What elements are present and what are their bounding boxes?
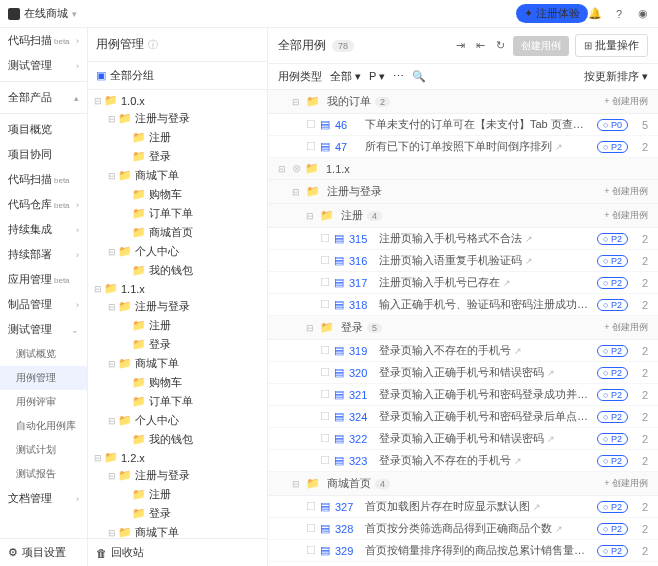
priority-tag[interactable]: ○ P2	[597, 411, 628, 423]
help-icon[interactable]: ?	[612, 7, 626, 21]
checkbox[interactable]: ☐	[320, 432, 334, 445]
link-icon[interactable]: ↗	[514, 346, 522, 356]
priority-tag[interactable]: ○ P2	[597, 367, 628, 379]
sidebar-item[interactable]: 持续部署›	[0, 242, 87, 267]
case-id[interactable]: 317	[349, 277, 379, 289]
checkbox[interactable]: ☐	[306, 544, 320, 557]
priority-tag[interactable]: ○ P2	[597, 389, 628, 401]
tree-node[interactable]: ⊟📁商城下单	[88, 166, 267, 185]
tree-toggle-icon[interactable]: ⊟	[94, 453, 104, 463]
add-case-link[interactable]: + 创建用例	[604, 209, 648, 222]
tree-node[interactable]: ⊟📁注册与登录	[88, 466, 267, 485]
priority-tag[interactable]: ○ P0	[597, 119, 628, 131]
tree-node[interactable]: 📁注册	[88, 485, 267, 504]
case-row[interactable]: ☐▤324登录页输入正确手机号和密码登录后单点登录并跳转到首页↗○ P22	[268, 406, 658, 428]
case-id[interactable]: 318	[349, 299, 379, 311]
tree-node[interactable]: 📁订单下单	[88, 204, 267, 223]
case-id[interactable]: 328	[335, 523, 365, 535]
filter-priority[interactable]: P ▾	[369, 70, 385, 83]
sidebar-item[interactable]: 项目概览	[0, 117, 87, 142]
case-row[interactable]: ☐▤328首页按分类筛选商品得到正确商品个数↗○ P22	[268, 518, 658, 540]
filter-more-icon[interactable]: ⋯	[393, 70, 404, 83]
tree-root[interactable]: ▣ 全部分组	[88, 62, 267, 90]
tree-node[interactable]: 📁商城首页	[88, 223, 267, 242]
tree-toggle-icon[interactable]: ⊟	[108, 302, 118, 312]
sidebar-item[interactable]: 测试管理⌄	[0, 317, 87, 342]
priority-tag[interactable]: ○ P2	[597, 141, 628, 153]
add-case-link[interactable]: + 创建用例	[604, 185, 648, 198]
collapse-icon[interactable]: ⊟	[278, 164, 288, 174]
sidebar-item[interactable]: 代码扫描beta›	[0, 28, 87, 53]
checkbox[interactable]: ☐	[320, 276, 334, 289]
tree-node[interactable]: ⊟📁1.1.x	[88, 280, 267, 297]
collapse-icon[interactable]: ⊟	[292, 97, 302, 107]
case-id[interactable]: 324	[349, 411, 379, 423]
priority-tag[interactable]: ○ P2	[597, 433, 628, 445]
case-row[interactable]: ☐▤316注册页输入语重复手机验证码↗○ P22	[268, 250, 658, 272]
filter-all[interactable]: 全部 ▾	[330, 69, 361, 84]
case-id[interactable]: 321	[349, 389, 379, 401]
tree-toggle-icon[interactable]: ⊟	[108, 247, 118, 257]
sidebar-sub-item[interactable]: 测试概览	[0, 342, 87, 366]
sidebar-item[interactable]: 代码扫描beta	[0, 167, 87, 192]
case-id[interactable]: 319	[349, 345, 379, 357]
tree-toggle-icon[interactable]: ⊟	[108, 528, 118, 538]
group-row[interactable]: ⊟📁注册 4+ 创建用例	[268, 204, 658, 228]
group-row[interactable]: ⊟⊗ 📁1.1.x	[268, 158, 658, 180]
case-row[interactable]: ☐▤318输入正确手机号、验证码和密码注册成功跳转到个人信息完…↗○ P22	[268, 294, 658, 316]
link-icon[interactable]: ↗	[547, 434, 555, 444]
case-row[interactable]: ☐▤319登录页输入不存在的手机号↗○ P22	[268, 340, 658, 362]
collapse-icon[interactable]: ⊟	[306, 211, 316, 221]
checkbox[interactable]: ☐	[306, 140, 320, 153]
case-row[interactable]: ☐▤320登录页输入正确手机号和错误密码↗○ P22	[268, 362, 658, 384]
priority-tag[interactable]: ○ P2	[597, 255, 628, 267]
tree-footer-trash[interactable]: 🗑回收站	[88, 538, 267, 566]
import-icon[interactable]: ⇥	[453, 39, 467, 53]
sidebar-sub-item[interactable]: 测试计划	[0, 438, 87, 462]
checkbox[interactable]: ☐	[320, 388, 334, 401]
priority-tag[interactable]: ○ P2	[597, 345, 628, 357]
group-row[interactable]: ⊟📁注册与登录+ 创建用例	[268, 180, 658, 204]
tree-node[interactable]: 📁我的钱包	[88, 430, 267, 449]
priority-tag[interactable]: ○ P2	[597, 523, 628, 535]
checkbox[interactable]: ☐	[306, 500, 320, 513]
group-row[interactable]: ⊟📁我的订单 2+ 创建用例	[268, 90, 658, 114]
priority-tag[interactable]: ○ P2	[597, 277, 628, 289]
add-case-link[interactable]: + 创建用例	[604, 95, 648, 108]
sidebar-sub-item[interactable]: 用例管理	[0, 366, 87, 390]
case-row[interactable]: ☐▤330折扣栏目中商品展示符合最新折扣↗○ P22	[268, 562, 658, 566]
checkbox[interactable]: ☐	[320, 254, 334, 267]
checkbox[interactable]: ☐	[320, 454, 334, 467]
tree-node[interactable]: ⊟📁个人中心	[88, 411, 267, 430]
link-icon[interactable]: ↗	[555, 142, 563, 152]
case-row[interactable]: ☐▤322登录页输入正确手机号和错误密码↗○ P22	[268, 428, 658, 450]
group-row[interactable]: ⊟📁登录 5+ 创建用例	[268, 316, 658, 340]
checkbox[interactable]: ☐	[320, 410, 334, 423]
collapse-icon[interactable]: ⊟	[306, 323, 316, 333]
bell-icon[interactable]: 🔔	[588, 7, 602, 21]
tree-node[interactable]: 📁订单下单	[88, 392, 267, 411]
case-id[interactable]: 315	[349, 233, 379, 245]
case-id[interactable]: 316	[349, 255, 379, 267]
tree-toggle-icon[interactable]: ⊟	[108, 114, 118, 124]
tree-node[interactable]: 📁注册	[88, 128, 267, 147]
product-selector[interactable]: 全部产品▴	[0, 85, 87, 110]
case-id[interactable]: 323	[349, 455, 379, 467]
create-case-button[interactable]: 创建用例	[513, 36, 569, 56]
case-row[interactable]: ☐▤315注册页输入手机号格式不合法↗○ P22	[268, 228, 658, 250]
case-id[interactable]: 329	[335, 545, 365, 557]
case-row[interactable]: ☐▤46下单未支付的订单可在【未支付】Tab 页查询到自动↗○ P05	[268, 114, 658, 136]
link-icon[interactable]: ↗	[547, 368, 555, 378]
case-id[interactable]: 320	[349, 367, 379, 379]
checkbox[interactable]: ☐	[306, 118, 320, 131]
collapse-icon[interactable]: ⊟	[292, 187, 302, 197]
tree-toggle-icon[interactable]: ⊟	[94, 96, 104, 106]
tree-node[interactable]: ⊟📁1.2.x	[88, 449, 267, 466]
sidebar-item[interactable]: 制品管理›	[0, 292, 87, 317]
sidebar-item[interactable]: 应用管理beta	[0, 267, 87, 292]
collapse-icon[interactable]: ⊟	[292, 479, 302, 489]
tree-node[interactable]: 📁登录	[88, 335, 267, 354]
case-row[interactable]: ☐▤323登录页输入不存在的手机号↗○ P22	[268, 450, 658, 472]
case-id[interactable]: 327	[335, 501, 365, 513]
sidebar-sub-item[interactable]: 自动化用例库	[0, 414, 87, 438]
